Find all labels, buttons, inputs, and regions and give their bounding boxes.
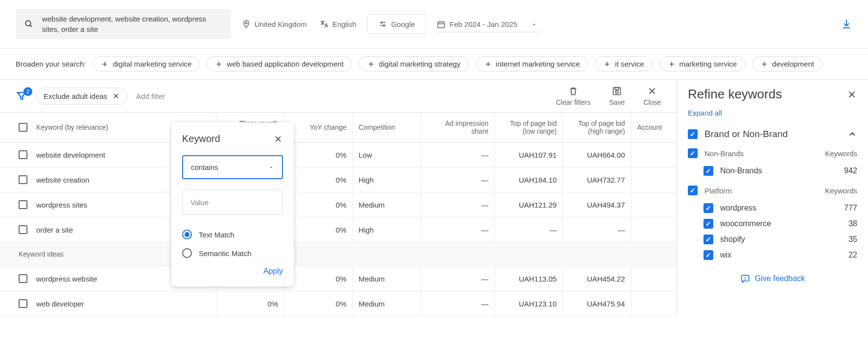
- table-row[interactable]: order a site 0% 0% High — — —: [0, 217, 677, 242]
- broaden-chip[interactable]: web based application development: [207, 56, 352, 71]
- apply-button[interactable]: Apply: [182, 267, 283, 276]
- col-ad-share[interactable]: Ad impression share: [421, 113, 494, 142]
- keyword-cell: wordpress website: [36, 275, 97, 283]
- ad-share-cell: —: [421, 291, 494, 316]
- refine-item[interactable]: Non-Brands 942: [688, 163, 857, 179]
- row-checkbox[interactable]: [19, 175, 27, 184]
- broaden-chip[interactable]: marketing service: [659, 56, 746, 71]
- radio-label: Semantic Match: [199, 249, 252, 258]
- date-range-label: Feb 2024 - Jan 2025: [449, 20, 517, 28]
- refine-item[interactable]: wordpress777: [688, 200, 857, 216]
- col-bid-low[interactable]: Top of page bid (low range): [494, 113, 563, 142]
- close-icon[interactable]: [112, 92, 120, 100]
- bid-low-cell: UAH121.29: [494, 192, 563, 217]
- keywords-col-label: Keywords: [825, 187, 857, 195]
- group-checkbox[interactable]: [688, 129, 698, 139]
- refine-item[interactable]: shopify35: [688, 232, 857, 247]
- yoy-cell: 0%: [284, 142, 352, 167]
- close-icon: [647, 86, 657, 96]
- bid-low-cell: UAH123.10: [494, 291, 563, 316]
- dropdown-arrow-icon: [268, 165, 274, 170]
- table-row[interactable]: website development 0% 0% Low — UAH107.9…: [0, 142, 677, 167]
- account-cell: [631, 217, 677, 242]
- checkbox[interactable]: [688, 148, 698, 158]
- checkbox[interactable]: [688, 186, 698, 195]
- col-yoy[interactable]: YoY change: [284, 113, 352, 142]
- action-label: Clear filters: [556, 98, 590, 106]
- network-selector[interactable]: Google: [367, 14, 426, 34]
- platform-subheader[interactable]: Platform Keywords: [688, 186, 857, 195]
- clear-filters-button[interactable]: Clear filters: [556, 86, 590, 106]
- subhead-label: Non-Brands: [704, 149, 818, 158]
- row-checkbox[interactable]: [19, 225, 27, 234]
- col-competition[interactable]: Competition: [352, 113, 421, 142]
- checkbox[interactable]: [704, 203, 713, 213]
- semantic-match-radio[interactable]: Semantic Match: [182, 248, 283, 258]
- download-button[interactable]: [841, 18, 852, 30]
- table-row[interactable]: web developer 0% 0% Medium — UAH123.10 U…: [0, 291, 677, 316]
- bid-high-cell: UAH732.77: [563, 167, 631, 192]
- filter-chip-label: Exclude adult ideas: [44, 92, 107, 100]
- broaden-chip[interactable]: development: [752, 56, 822, 71]
- row-checkbox[interactable]: [19, 274, 27, 283]
- broaden-chip[interactable]: it service: [595, 56, 652, 71]
- close-button[interactable]: Close: [643, 86, 661, 106]
- competition-cell: Medium: [352, 291, 421, 316]
- date-range-selector[interactable]: Feb 2024 - Jan 2025: [435, 16, 539, 32]
- chevron-up-icon[interactable]: [847, 129, 857, 139]
- search-text: website development, website creation, w…: [42, 14, 222, 34]
- col-account[interactable]: Account: [631, 113, 677, 142]
- broaden-chip[interactable]: internet marketing service: [476, 56, 588, 71]
- checkbox[interactable]: [704, 166, 713, 176]
- table-row[interactable]: wordpress website 0% 0% Medium — UAH113.…: [0, 266, 677, 291]
- plus-icon: [603, 60, 611, 68]
- checkbox[interactable]: [704, 250, 713, 260]
- close-icon[interactable]: [846, 89, 857, 100]
- filter-funnel-button[interactable]: 2: [16, 90, 27, 102]
- radio-icon: [182, 248, 192, 258]
- keyword-cell: order a site: [36, 226, 73, 234]
- give-feedback-link[interactable]: Give feedback: [688, 274, 857, 283]
- table-row[interactable]: wordpress sites 0% 0% Medium — UAH121.29…: [0, 192, 677, 217]
- language-selector[interactable]: English: [318, 16, 358, 32]
- competition-cell: High: [352, 167, 421, 192]
- broaden-chip[interactable]: digital marketing service: [93, 56, 200, 71]
- col-keyword[interactable]: Keyword (by relevance): [36, 123, 108, 131]
- plus-icon: [484, 60, 492, 68]
- location-pin-icon: [242, 20, 251, 28]
- item-label: shopify: [720, 235, 842, 244]
- row-checkbox[interactable]: [19, 200, 27, 209]
- location-selector[interactable]: United Kingdom: [240, 16, 309, 32]
- competition-cell: High: [352, 217, 421, 242]
- radio-icon: [182, 230, 192, 239]
- broaden-label: Broaden your search:: [16, 60, 86, 68]
- table-row[interactable]: website creation 0% 0% High — UAH184.10 …: [0, 167, 677, 192]
- svg-point-2: [245, 22, 247, 24]
- active-filter-chip[interactable]: Exclude adult ideas: [36, 88, 127, 105]
- checkbox[interactable]: [704, 235, 713, 244]
- col-bid-high[interactable]: Top of page bid (high range): [563, 113, 631, 142]
- plus-icon: [101, 60, 109, 68]
- item-count: 38: [848, 219, 857, 228]
- refine-group-header[interactable]: Brand or Non-Brand: [688, 129, 857, 140]
- select-all-checkbox[interactable]: [19, 123, 27, 132]
- value-input[interactable]: Value: [182, 190, 283, 215]
- save-button[interactable]: Save: [609, 86, 625, 106]
- refine-item[interactable]: woocommerce38: [688, 216, 857, 232]
- ad-share-cell: —: [421, 167, 494, 192]
- expand-all-link[interactable]: Expand all: [688, 109, 857, 117]
- broaden-chip[interactable]: digital marketing strategy: [359, 56, 469, 71]
- checkbox[interactable]: [704, 219, 713, 229]
- close-icon[interactable]: [273, 134, 283, 144]
- row-checkbox[interactable]: [19, 299, 27, 308]
- refine-item[interactable]: wix22: [688, 247, 857, 263]
- text-match-radio[interactable]: Text Match: [182, 230, 283, 239]
- row-checkbox[interactable]: [19, 150, 27, 159]
- dropdown-arrow-icon: [531, 22, 537, 27]
- keyword-search-box[interactable]: website development, website creation, w…: [16, 9, 231, 39]
- calendar-icon: [437, 20, 446, 29]
- nonbrands-subheader[interactable]: Non-Brands Keywords: [688, 148, 857, 158]
- add-filter-button[interactable]: Add filter: [136, 92, 165, 100]
- match-type-select[interactable]: contains: [182, 155, 283, 179]
- location-label: United Kingdom: [255, 20, 307, 28]
